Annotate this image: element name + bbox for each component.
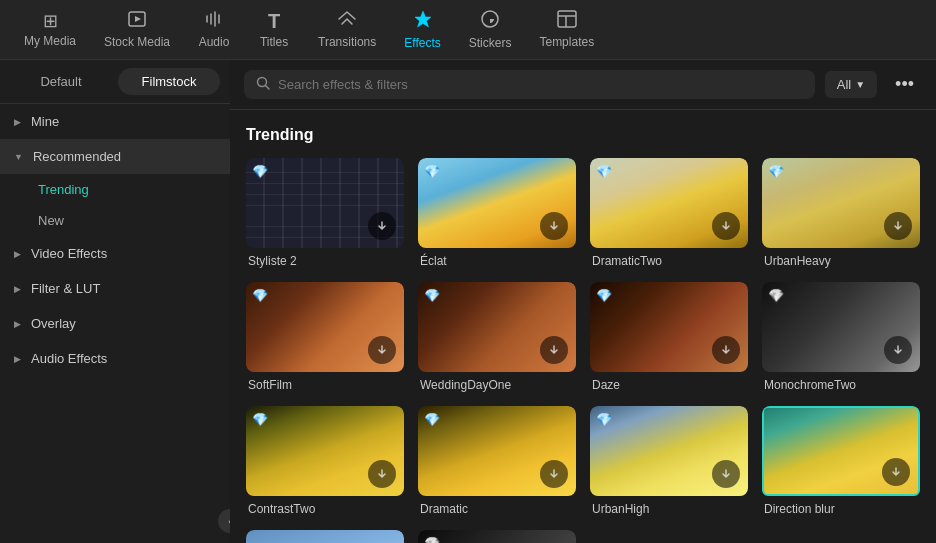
effect-card-dramatictwo[interactable]: 💎 DramaticTwo — [590, 158, 748, 268]
download-btn-dramatictwo[interactable] — [712, 212, 740, 240]
effect-name-eclat: Éclat — [418, 254, 576, 268]
effect-card-urbanheavy[interactable]: 💎 UrbanHeavy — [762, 158, 920, 268]
effect-card-eclat[interactable]: 💎 Éclat — [418, 158, 576, 268]
effect-card-extra2[interactable]: 💎 — [418, 530, 576, 543]
effect-thumb-extra1 — [246, 530, 404, 543]
effect-thumb-contrasttwo: 💎 — [246, 406, 404, 496]
nav-effects[interactable]: Effects — [390, 3, 454, 56]
sidebar-subitem-new[interactable]: New — [0, 205, 230, 236]
sidebar-item-audio-effects[interactable]: Audio Effects — [0, 341, 230, 376]
gem-icon-dramatic: 💎 — [424, 412, 440, 427]
transitions-icon — [337, 10, 357, 31]
nav-my-media[interactable]: ⊞ My Media — [10, 6, 90, 54]
stock-media-icon — [128, 10, 146, 31]
nav-stickers-label: Stickers — [469, 36, 512, 50]
effect-thumb-weddingdayone: 💎 — [418, 282, 576, 372]
nav-templates[interactable]: Templates — [525, 4, 608, 55]
nav-audio-label: Audio — [199, 35, 230, 49]
effect-name-urbanheavy: UrbanHeavy — [762, 254, 920, 268]
sidebar-item-mine-label: Mine — [31, 114, 59, 129]
svg-rect-2 — [558, 11, 576, 27]
sidebar-item-filter-lut[interactable]: Filter & LUT — [0, 271, 230, 306]
effect-card-dramatic[interactable]: 💎 Dramatic — [418, 406, 576, 516]
more-options-button[interactable]: ••• — [887, 70, 922, 99]
gem-icon-dramatictwo: 💎 — [596, 164, 612, 179]
effect-card-softfilm[interactable]: 💎 SoftFilm — [246, 282, 404, 392]
effect-thumb-dramatictwo: 💎 — [590, 158, 748, 248]
sidebar-item-video-effects-label: Video Effects — [31, 246, 107, 261]
download-btn-direction-blur[interactable] — [882, 458, 910, 486]
sidebar-item-video-effects[interactable]: Video Effects — [0, 236, 230, 271]
download-btn-softfilm[interactable] — [368, 336, 396, 364]
nav-stickers[interactable]: Stickers — [455, 3, 526, 56]
sidebar-item-recommended-label: Recommended — [33, 149, 121, 164]
overlay-chevron-icon — [14, 319, 21, 329]
effect-name-dramatic: Dramatic — [418, 502, 576, 516]
gem-icon-contrasttwo: 💎 — [252, 412, 268, 427]
effect-card-monochrome-two[interactable]: 💎 MonochromeTwo — [762, 282, 920, 392]
svg-line-6 — [266, 86, 270, 90]
stickers-icon — [480, 9, 500, 32]
effect-name-dramatictwo: DramaticTwo — [590, 254, 748, 268]
section-title: Trending — [246, 126, 920, 144]
download-btn-dramatic[interactable] — [540, 460, 568, 488]
nav-effects-label: Effects — [404, 36, 440, 50]
effect-name-monochrome-two: MonochromeTwo — [762, 378, 920, 392]
effect-thumb-urbanhigh: 💎 — [590, 406, 748, 496]
titles-icon: T — [268, 11, 280, 31]
effect-card-weddingdayone[interactable]: 💎 WeddingDayOne — [418, 282, 576, 392]
download-btn-urbanhigh[interactable] — [712, 460, 740, 488]
effect-name-weddingdayone: WeddingDayOne — [418, 378, 576, 392]
download-btn-monochrome[interactable] — [884, 336, 912, 364]
effect-thumb-direction-blur — [762, 406, 920, 496]
sidebar-item-recommended[interactable]: Recommended — [0, 139, 230, 174]
audio-icon — [205, 10, 223, 31]
effect-thumb-dramatic: 💎 — [418, 406, 576, 496]
sidebar: Default Filmstock Mine Recommended Trend… — [0, 60, 230, 543]
search-icon — [256, 76, 270, 93]
download-btn-urbanheavy[interactable] — [884, 212, 912, 240]
sidebar-item-overlay[interactable]: Overlay — [0, 306, 230, 341]
effect-thumb-styliste2: 💎 — [246, 158, 404, 248]
effect-name-daze: Daze — [590, 378, 748, 392]
sidebar-tab-bar: Default Filmstock — [0, 60, 230, 104]
effect-card-urbanhigh[interactable]: 💎 UrbanHigh — [590, 406, 748, 516]
effect-card-contrasttwo[interactable]: 💎 ContrastTwo — [246, 406, 404, 516]
effect-card-extra1[interactable] — [246, 530, 404, 543]
effect-card-styliste2[interactable]: 💎 Styliste 2 — [246, 158, 404, 268]
download-btn-contrasttwo[interactable] — [368, 460, 396, 488]
sidebar-subitem-trending[interactable]: Trending — [0, 174, 230, 205]
more-options-icon: ••• — [895, 74, 914, 94]
download-btn-daze[interactable] — [712, 336, 740, 364]
tab-default[interactable]: Default — [10, 68, 112, 95]
effect-thumb-softfilm: 💎 — [246, 282, 404, 372]
effect-card-direction-blur[interactable]: Direction blur — [762, 406, 920, 516]
sidebar-item-mine[interactable]: Mine — [0, 104, 230, 139]
effect-name-softfilm: SoftFilm — [246, 378, 404, 392]
nav-my-media-label: My Media — [24, 34, 76, 48]
nav-transitions[interactable]: Transitions — [304, 4, 390, 55]
filter-chevron-icon: ▼ — [855, 79, 865, 90]
nav-audio[interactable]: Audio — [184, 4, 244, 55]
nav-titles[interactable]: T Titles — [244, 5, 304, 55]
templates-icon — [557, 10, 577, 31]
effect-card-daze[interactable]: 💎 Daze — [590, 282, 748, 392]
nav-stock-media[interactable]: Stock Media — [90, 4, 184, 55]
download-btn-styliste2[interactable] — [368, 212, 396, 240]
recommended-chevron-icon — [14, 152, 23, 162]
search-input[interactable] — [278, 77, 803, 92]
search-input-container — [244, 70, 815, 99]
gem-icon-softfilm: 💎 — [252, 288, 268, 303]
nav-transitions-label: Transitions — [318, 35, 376, 49]
download-btn-eclat[interactable] — [540, 212, 568, 240]
svg-marker-1 — [135, 16, 141, 22]
effect-thumb-daze: 💎 — [590, 282, 748, 372]
tab-filmstock[interactable]: Filmstock — [118, 68, 220, 95]
nav-templates-label: Templates — [539, 35, 594, 49]
filter-button[interactable]: All ▼ — [825, 71, 877, 98]
my-media-icon: ⊞ — [43, 12, 58, 30]
sidebar-collapse-button[interactable]: ‹ — [218, 509, 230, 533]
sidebar-subitem-trending-label: Trending — [38, 182, 89, 197]
search-bar: All ▼ ••• — [230, 60, 936, 110]
download-btn-weddingdayone[interactable] — [540, 336, 568, 364]
